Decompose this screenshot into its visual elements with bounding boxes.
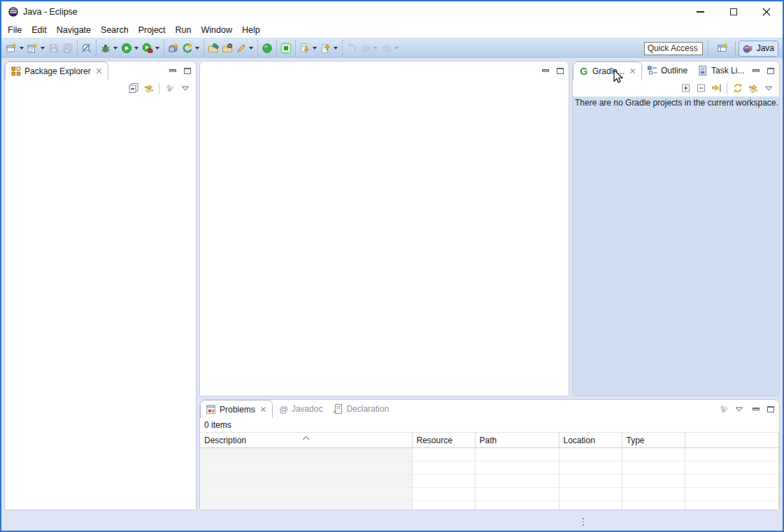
skip-all-breakpoints-button[interactable] xyxy=(80,40,94,57)
link-to-selection-button[interactable] xyxy=(709,81,724,96)
tab-label: Problems xyxy=(220,405,255,415)
outline-icon xyxy=(647,65,658,76)
dropdown-arrow-icon[interactable] xyxy=(373,47,378,50)
tab-gradle[interactable]: GGradle... xyxy=(573,62,642,80)
table-row[interactable] xyxy=(200,501,779,511)
dropdown-arrow-icon[interactable] xyxy=(195,47,199,50)
column-header-type[interactable]: Type xyxy=(622,433,685,448)
table-cell xyxy=(559,501,622,511)
new-wizard-button[interactable] xyxy=(5,40,26,57)
dropdown-arrow-icon[interactable] xyxy=(155,47,159,50)
focus-on-active-task-icon xyxy=(718,403,729,415)
profile-button[interactable] xyxy=(260,40,274,57)
link-with-editor-icon xyxy=(143,82,155,94)
menu-search[interactable]: Search xyxy=(96,24,134,36)
tab-declaration[interactable]: Declaration xyxy=(327,400,394,418)
previous-annotation-button[interactable] xyxy=(319,40,340,57)
table-row[interactable] xyxy=(200,475,779,488)
close-tab-icon[interactable] xyxy=(629,67,636,75)
problems-view-maximize-button[interactable] xyxy=(764,403,777,415)
search-button[interactable] xyxy=(234,40,255,57)
tab-task-li[interactable]: Task Li... xyxy=(692,62,749,80)
view-menu-button[interactable] xyxy=(732,402,746,417)
open-perspective-button[interactable] xyxy=(714,41,732,57)
java-perspective-button[interactable]: J Java xyxy=(739,41,778,57)
close-tab-icon[interactable] xyxy=(95,67,103,75)
tab-javadoc[interactable]: @Javadoc xyxy=(273,400,328,418)
column-header-location[interactable]: Location xyxy=(559,433,622,448)
table-row[interactable] xyxy=(200,461,779,475)
dropdown-arrow-icon[interactable] xyxy=(41,47,45,50)
menu-edit[interactable]: Edit xyxy=(27,24,52,36)
new-gradle-wizard-button[interactable] xyxy=(180,40,201,57)
tab-problems[interactable]: Problems xyxy=(200,400,273,418)
menu-run[interactable]: Run xyxy=(171,24,197,36)
dropdown-arrow-icon[interactable] xyxy=(249,47,253,50)
table-row[interactable] xyxy=(200,488,779,501)
run-external-tools-button[interactable] xyxy=(141,40,162,57)
table-cell xyxy=(685,461,779,475)
column-header-path[interactable]: Path xyxy=(475,433,559,448)
next-annotation-button[interactable] xyxy=(298,40,319,57)
menu-project[interactable]: Project xyxy=(134,24,171,36)
link-with-editor-button[interactable] xyxy=(746,81,760,96)
maximize-window-button[interactable] xyxy=(717,1,750,22)
dropdown-arrow-icon[interactable] xyxy=(334,47,338,50)
new-java-element-button[interactable] xyxy=(26,40,47,57)
table-row[interactable] xyxy=(200,448,779,461)
terminal-button[interactable] xyxy=(279,40,293,57)
debug-button[interactable] xyxy=(99,40,120,57)
toolbar-separator xyxy=(159,82,159,94)
view-menu-button[interactable] xyxy=(178,81,192,96)
problems-view-minimize-button[interactable] xyxy=(750,403,762,415)
status-drag-handle-icon[interactable] xyxy=(583,518,584,528)
close-tab-icon[interactable] xyxy=(259,405,267,413)
open-task-button[interactable] xyxy=(220,40,234,57)
focus-on-active-task-button xyxy=(162,81,177,96)
column-header-blank[interactable] xyxy=(685,433,779,448)
link-with-editor-button[interactable] xyxy=(141,81,156,96)
gradle-view-maximize-button[interactable] xyxy=(764,65,777,76)
table-cell xyxy=(622,475,685,488)
collapse-all-button[interactable] xyxy=(694,81,708,96)
problems-table[interactable]: DescriptionResourcePathLocationType xyxy=(200,432,779,510)
view-menu-button[interactable] xyxy=(761,81,776,96)
table-cell xyxy=(475,448,559,461)
problems-icon xyxy=(206,404,217,415)
open-type-button[interactable] xyxy=(206,40,220,57)
dropdown-arrow-icon[interactable] xyxy=(394,47,399,50)
new-java-project-button[interactable] xyxy=(166,40,180,57)
column-header-description[interactable]: Description xyxy=(200,433,412,448)
dropdown-arrow-icon[interactable] xyxy=(20,47,24,50)
package-explorer-maximize-button[interactable] xyxy=(181,65,194,76)
column-header-label: Description xyxy=(204,436,246,445)
tab-outline[interactable]: Outline xyxy=(642,62,692,80)
gradle-view-minimize-button[interactable] xyxy=(750,65,762,76)
tab-package-explorer[interactable]: Package Explorer xyxy=(5,62,108,80)
expand-all-button[interactable] xyxy=(678,81,693,96)
last-edit-location-icon xyxy=(346,43,357,54)
gradle-view-content[interactable]: There are no Gradle projects in the curr… xyxy=(573,96,779,396)
dropdown-arrow-icon[interactable] xyxy=(313,47,317,50)
dropdown-arrow-icon[interactable] xyxy=(134,47,138,50)
problems-view-header: Problems@JavadocDeclaration xyxy=(200,400,779,418)
refresh-gradle-projects-button[interactable] xyxy=(730,81,745,96)
editor-minimize-button[interactable] xyxy=(539,65,552,76)
menu-window[interactable]: Window xyxy=(197,24,237,36)
close-window-button[interactable] xyxy=(750,1,783,22)
package-explorer-minimize-button[interactable] xyxy=(166,65,179,76)
menu-help[interactable]: Help xyxy=(237,24,265,36)
quick-access-input[interactable] xyxy=(644,42,703,55)
dropdown-arrow-icon[interactable] xyxy=(113,47,117,50)
menu-file[interactable]: File xyxy=(3,24,27,36)
run-button[interactable] xyxy=(120,40,141,57)
minimize-window-button[interactable] xyxy=(684,1,717,22)
problems-view: Problems@JavadocDeclaration 0 items Desc… xyxy=(199,399,780,510)
gradle-view-tabs: GGradle...OutlineTask Li... xyxy=(573,62,749,80)
collapse-all-button[interactable] xyxy=(126,81,141,96)
menu-navigate[interactable]: Navigate xyxy=(52,24,96,36)
editor-maximize-button[interactable] xyxy=(554,65,566,76)
package-explorer-tree[interactable] xyxy=(5,96,196,510)
gradle-g-icon: G xyxy=(578,66,590,77)
column-header-resource[interactable]: Resource xyxy=(412,433,475,448)
